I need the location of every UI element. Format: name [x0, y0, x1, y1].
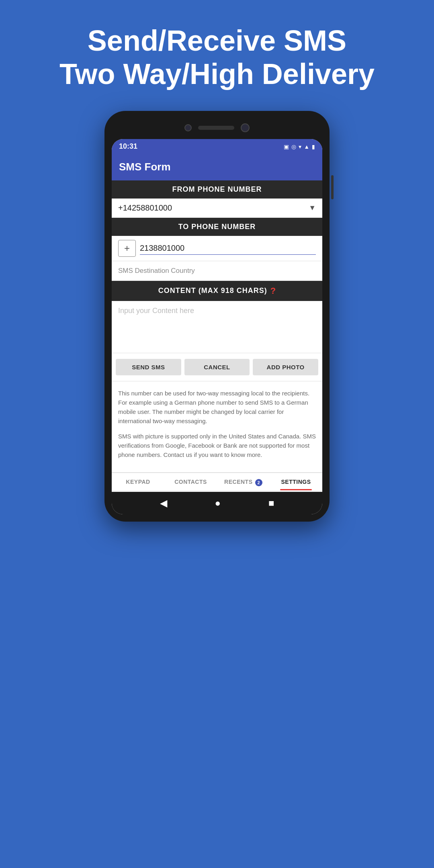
nav-settings[interactable]: SETTINGS [270, 477, 322, 487]
to-phone-row: + [112, 236, 322, 261]
add-photo-button[interactable]: ADD PHOTO [253, 359, 318, 375]
app-title: SMS Form [119, 161, 315, 173]
country-code-button[interactable]: + [118, 240, 136, 257]
wifi-icon: ▾ [299, 143, 301, 150]
front-camera-right [241, 123, 250, 132]
earpiece [198, 126, 234, 130]
app-bar: SMS Form [112, 154, 322, 180]
info-paragraph-2: SMS with picture is supported only in th… [118, 432, 316, 460]
hero-text: Send/Receive SMS Two Way/High Delivery [27, 0, 407, 111]
sim-icon: ▣ [284, 143, 289, 150]
info-area: This number can be used for two-way mess… [112, 381, 322, 473]
hero-line2: Two Way/High Delivery [59, 58, 375, 90]
phone-device: 10:31 ▣ ◎ ▾ ▲ ▮ SMS Form FROM PHONE NUMB… [104, 111, 330, 522]
nav-contacts[interactable]: CONTACTS [164, 477, 217, 487]
phone-screen: 10:31 ▣ ◎ ▾ ▲ ▮ SMS Form FROM PHONE NUMB… [112, 139, 322, 514]
status-bar: 10:31 ▣ ◎ ▾ ▲ ▮ [112, 139, 322, 154]
destination-country-label: SMS Destination Country [118, 267, 195, 274]
bottom-nav: KEYPAD CONTACTS RECENTS 2 SETTINGS [112, 473, 322, 490]
back-button[interactable]: ◀ [160, 497, 167, 509]
status-time: 10:31 [119, 142, 137, 151]
nav-recents[interactable]: RECENTS 2 [217, 477, 270, 487]
signal-icon: ▲ [304, 143, 309, 150]
hero-line1: Send/Receive SMS [88, 25, 346, 57]
to-section-header: TO PHONE NUMBER [112, 218, 322, 236]
location-icon: ◎ [291, 143, 296, 150]
from-phone-number: +14258801000 [118, 203, 309, 213]
help-icon[interactable]: ? [270, 286, 276, 296]
home-button[interactable]: ● [215, 497, 221, 509]
phone-notch [112, 118, 322, 137]
battery-icon: ▮ [312, 143, 315, 150]
nav-keypad[interactable]: KEYPAD [112, 477, 164, 487]
content-input-area[interactable]: Input your Content here [112, 301, 322, 353]
cancel-button[interactable]: CANCEL [184, 359, 250, 375]
content-header-text: CONTENT (MAX 918 CHARS) [158, 287, 267, 295]
recents-badge: 2 [255, 479, 262, 486]
from-section-header: FROM PHONE NUMBER [112, 180, 322, 199]
send-sms-button[interactable]: SEND SMS [116, 359, 181, 375]
volume-button [331, 175, 334, 199]
from-phone-row[interactable]: +14258801000 ▼ [112, 199, 322, 218]
info-paragraph-1: This number can be used for two-way mess… [118, 389, 316, 426]
from-header-text: FROM PHONE NUMBER [172, 185, 262, 193]
to-header-text: TO PHONE NUMBER [178, 223, 256, 231]
content-section-header: CONTENT (MAX 918 CHARS) ? [112, 281, 322, 301]
status-icons: ▣ ◎ ▾ ▲ ▮ [284, 143, 315, 150]
home-bar: ◀ ● ■ [112, 492, 322, 514]
to-phone-input[interactable] [140, 242, 316, 255]
dropdown-arrow-icon[interactable]: ▼ [309, 204, 316, 212]
action-buttons-row: SEND SMS CANCEL ADD PHOTO [112, 353, 322, 381]
recents-button[interactable]: ■ [268, 497, 274, 509]
destination-country-row[interactable]: SMS Destination Country [112, 261, 322, 281]
content-placeholder: Input your Content here [118, 307, 194, 315]
front-camera-left [184, 124, 192, 131]
